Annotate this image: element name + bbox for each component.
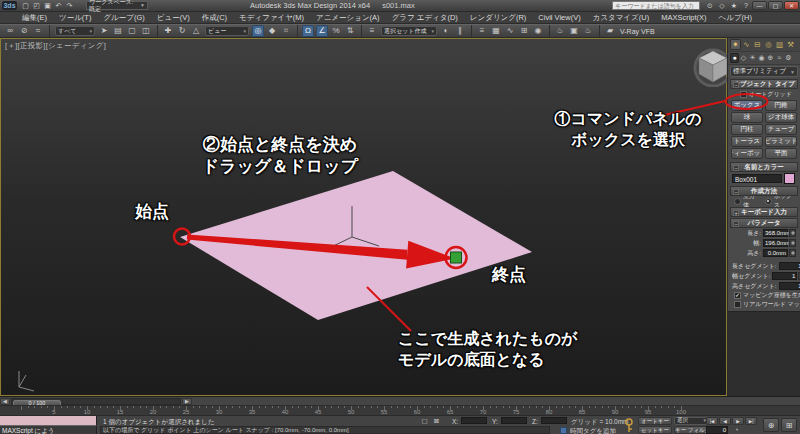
object-type-button[interactable]: 球: [731, 112, 763, 123]
next-frame-button[interactable]: ▶: [182, 398, 192, 405]
hierarchy-tab-icon[interactable]: ⊟: [752, 39, 763, 50]
rollout-header-name-color[interactable]: − 名前とカラー: [730, 162, 798, 172]
render-setup-icon[interactable]: ♨: [554, 25, 566, 37]
edit-named-sets-icon[interactable]: ≡: [366, 25, 378, 37]
open-file-icon[interactable]: ◰: [31, 1, 42, 10]
radio-button[interactable]: [734, 198, 741, 205]
vray-vfb-label[interactable]: V-Ray VFB: [620, 28, 655, 35]
select-scale-icon[interactable]: △: [190, 25, 202, 37]
parameter-field[interactable]: 196.0mm: [763, 239, 788, 247]
display-tab-icon[interactable]: ▥: [774, 39, 785, 50]
spinner-control[interactable]: [789, 229, 796, 237]
new-file-icon[interactable]: ▢: [20, 1, 31, 10]
select-rotate-icon[interactable]: ↻: [176, 25, 188, 37]
max-logo[interactable]: 3ds: [2, 1, 17, 10]
vray-icon[interactable]: ▰: [604, 25, 616, 37]
reference-coordinate-dropdown[interactable]: ビュー▾: [205, 26, 249, 36]
object-type-button[interactable]: ティーポット: [731, 148, 763, 159]
maxscript-listener[interactable]: MAXScript によう: [0, 426, 97, 434]
object-type-button[interactable]: チューブ: [765, 124, 797, 135]
menu-item[interactable]: MAXScript(X): [655, 13, 712, 22]
workspace-dropdown[interactable]: ワークスペース: 既定 ▼: [86, 1, 148, 10]
current-frame-field[interactable]: 0: [706, 426, 728, 434]
go-start-icon[interactable]: |◀: [706, 417, 718, 425]
object-type-button[interactable]: ボックス: [731, 100, 763, 111]
space-warps-icon[interactable]: ≈: [775, 53, 784, 63]
checkbox[interactable]: ✓: [734, 292, 741, 299]
redo-icon[interactable]: ↷: [64, 1, 75, 10]
favorites-icon[interactable]: ★: [728, 1, 740, 10]
communication-center-icon[interactable]: ◇: [716, 1, 728, 10]
menu-item[interactable]: 作成(C): [196, 13, 233, 23]
parameter-field[interactable]: 368.0mm: [763, 229, 788, 237]
expand-icon[interactable]: +: [733, 210, 739, 216]
percent-snap-icon[interactable]: %: [330, 25, 342, 37]
menu-item[interactable]: レンダリング(R): [464, 13, 532, 23]
spinner-down-icon[interactable]: [791, 253, 795, 255]
time-tag-label[interactable]: 時間タグを追加: [570, 427, 616, 434]
collapse-icon[interactable]: −: [733, 221, 739, 227]
selection-lock-icon[interactable]: ⊠: [432, 417, 441, 425]
schematic-view-icon[interactable]: ⊞: [518, 25, 530, 37]
radio-button[interactable]: [765, 198, 772, 205]
minimize-button[interactable]: —: [752, 1, 767, 10]
align-icon[interactable]: ∥: [454, 25, 466, 37]
menu-item[interactable]: グラフ エディタ(D): [386, 13, 464, 23]
object-type-button[interactable]: 円柱: [731, 124, 763, 135]
object-name-field[interactable]: Box001: [732, 174, 782, 183]
select-by-name-icon[interactable]: ▤: [112, 25, 124, 37]
menu-item[interactable]: 編集(E): [16, 13, 53, 23]
selection-region-icon[interactable]: ▢: [126, 25, 138, 37]
z-coord-field[interactable]: [541, 417, 567, 424]
angle-snap-icon[interactable]: ∠: [316, 25, 328, 37]
systems-icon[interactable]: ⚙: [784, 53, 793, 63]
track-bar-ruler[interactable]: 5101520253035404550556065707580859095100: [0, 405, 800, 415]
undo-icon[interactable]: ↶: [53, 1, 64, 10]
parameter-field[interactable]: 1: [779, 262, 800, 270]
shapes-icon[interactable]: ◇: [739, 53, 748, 63]
layer-manager-icon[interactable]: ≡: [476, 25, 488, 37]
primitive-category-dropdown[interactable]: 標準プリミティブ ▼: [730, 66, 798, 77]
menu-item[interactable]: ヘルプ(H): [713, 13, 758, 23]
collapse-icon[interactable]: −: [733, 189, 739, 195]
infocenter-search-input[interactable]: [612, 1, 700, 10]
named-sets-dropdown[interactable]: 選択セット作成▾: [381, 26, 437, 36]
curve-editor-icon[interactable]: ∿: [504, 25, 516, 37]
auto-key-button[interactable]: オートキー: [638, 417, 672, 426]
infocenter-search-icon[interactable]: ⊙: [704, 1, 716, 10]
menu-item[interactable]: ビュー(V): [151, 13, 196, 23]
rollout-header-parameters[interactable]: − パラメータ: [730, 218, 798, 228]
checkbox[interactable]: [734, 301, 741, 308]
object-type-button[interactable]: ジオ球体: [765, 112, 797, 123]
zoom-extents-icon[interactable]: ⊞: [781, 418, 797, 432]
lights-icon[interactable]: ☀: [748, 53, 757, 63]
key-filters-button[interactable]: キー フィルタ...: [674, 426, 710, 434]
zoom-icon[interactable]: ⊕: [763, 418, 779, 432]
parameter-field[interactable]: 1: [772, 272, 797, 280]
unlink-selection-icon[interactable]: ⊘: [18, 25, 30, 37]
use-pivot-center-icon[interactable]: ◎: [252, 25, 264, 37]
mirror-icon[interactable]: ◐: [440, 25, 452, 37]
menu-item[interactable]: アニメーション(A): [310, 13, 386, 23]
set-key-button[interactable]: セットキー: [638, 426, 672, 434]
isolate-selection-icon[interactable]: ▢: [420, 417, 429, 425]
selection-filter-dropdown[interactable]: すべて▾: [55, 26, 95, 36]
autogrid-checkbox[interactable]: [740, 91, 747, 98]
time-configuration-icon[interactable]: ◔: [732, 426, 741, 434]
spinner-control[interactable]: [789, 249, 796, 257]
select-object-icon[interactable]: ➤: [98, 25, 110, 37]
restore-button[interactable]: ▢: [768, 1, 783, 10]
menu-item[interactable]: グループ(G): [97, 13, 150, 23]
collapse-icon[interactable]: −: [733, 165, 739, 171]
spinner-down-icon[interactable]: [791, 233, 795, 235]
parameter-field[interactable]: 0.0mm: [763, 249, 788, 257]
prev-frame-button[interactable]: ◀: [0, 398, 10, 405]
menu-item[interactable]: ツール(T): [53, 13, 97, 23]
y-coord-field[interactable]: [501, 417, 527, 424]
save-file-icon[interactable]: ▣: [42, 1, 53, 10]
bind-to-space-warp-icon[interactable]: ≈: [32, 25, 44, 37]
time-slider-track[interactable]: 0 / 100: [11, 398, 181, 405]
menu-item[interactable]: Civil View(V): [532, 13, 586, 22]
render-production-icon[interactable]: ♨: [582, 25, 594, 37]
geometry-icon[interactable]: ●: [730, 53, 739, 63]
